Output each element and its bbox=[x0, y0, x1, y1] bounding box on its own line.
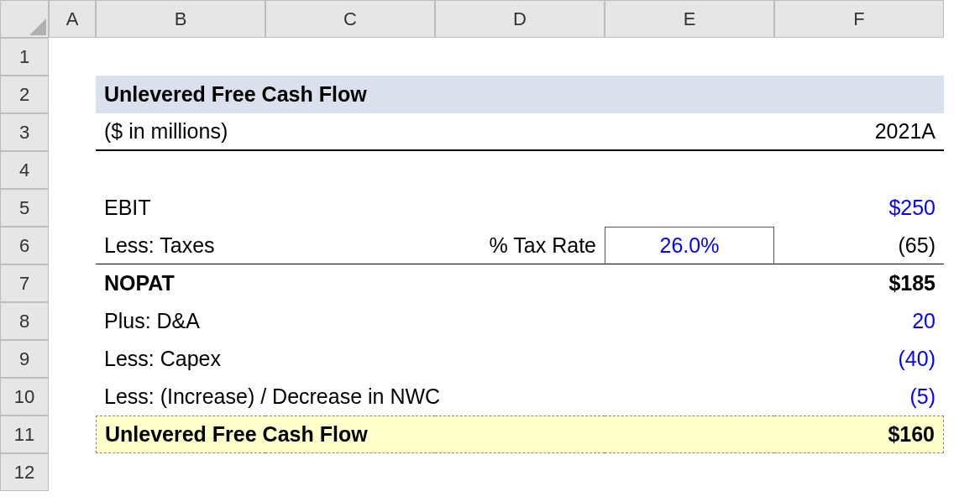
cell-D5[interactable] bbox=[435, 189, 605, 227]
cell-A7[interactable] bbox=[49, 264, 96, 302]
col-header-B[interactable]: B bbox=[96, 0, 265, 38]
cell-A10[interactable] bbox=[49, 378, 96, 416]
cell-F5[interactable]: $250 bbox=[774, 189, 944, 227]
cell-F3[interactable]: 2021A bbox=[774, 113, 944, 151]
cell-C9[interactable] bbox=[265, 340, 435, 378]
row-header-7[interactable]: 7 bbox=[0, 264, 49, 302]
cell-F11[interactable]: $160 bbox=[774, 416, 944, 453]
cell-A3[interactable] bbox=[49, 113, 96, 151]
cell-D2[interactable] bbox=[435, 76, 605, 113]
cell-A1[interactable] bbox=[49, 38, 96, 76]
cell-F10[interactable]: (5) bbox=[774, 378, 944, 416]
cell-C5[interactable] bbox=[265, 189, 435, 227]
cell-C6[interactable] bbox=[265, 227, 435, 264]
cell-F8[interactable]: 20 bbox=[774, 302, 944, 340]
cell-E6[interactable]: 26.0% bbox=[605, 227, 774, 264]
cell-D6[interactable]: % Tax Rate bbox=[435, 227, 605, 264]
cell-C4[interactable] bbox=[265, 151, 435, 189]
col-header-E[interactable]: E bbox=[605, 0, 774, 38]
cell-E11[interactable] bbox=[605, 416, 774, 453]
cell-C3[interactable] bbox=[265, 113, 435, 151]
cell-A6[interactable] bbox=[49, 227, 96, 264]
cell-B8[interactable]: Plus: D&A bbox=[96, 302, 265, 340]
cell-D7[interactable] bbox=[435, 264, 605, 302]
cell-F7[interactable]: $185 bbox=[774, 264, 944, 302]
cell-C12[interactable] bbox=[265, 453, 435, 491]
cell-A4[interactable] bbox=[49, 151, 96, 189]
row-header-5[interactable]: 5 bbox=[0, 189, 49, 227]
cell-D8[interactable] bbox=[435, 302, 605, 340]
cell-A5[interactable] bbox=[49, 189, 96, 227]
cell-E4[interactable] bbox=[605, 151, 774, 189]
col-header-C[interactable]: C bbox=[265, 0, 435, 38]
cell-B12[interactable] bbox=[96, 453, 265, 491]
cell-D4[interactable] bbox=[435, 151, 605, 189]
cell-D3[interactable] bbox=[435, 113, 605, 151]
cell-A12[interactable] bbox=[49, 453, 96, 491]
cell-E8[interactable] bbox=[605, 302, 774, 340]
cell-B5[interactable]: EBIT bbox=[96, 189, 265, 227]
cell-E2[interactable] bbox=[605, 76, 774, 113]
cell-D9[interactable] bbox=[435, 340, 605, 378]
cell-C1[interactable] bbox=[265, 38, 435, 76]
cell-F12[interactable] bbox=[774, 453, 944, 491]
cell-D1[interactable] bbox=[435, 38, 605, 76]
cell-B2[interactable]: Unlevered Free Cash Flow bbox=[96, 76, 265, 113]
cell-A2[interactable] bbox=[49, 76, 96, 113]
cell-A9[interactable] bbox=[49, 340, 96, 378]
cell-D11[interactable] bbox=[435, 416, 605, 453]
cell-B11[interactable]: Unlevered Free Cash Flow bbox=[96, 416, 265, 453]
cell-D12[interactable] bbox=[435, 453, 605, 491]
row-header-6[interactable]: 6 bbox=[0, 227, 49, 264]
cell-C8[interactable] bbox=[265, 302, 435, 340]
cell-D10[interactable] bbox=[435, 378, 605, 416]
cell-F6[interactable]: (65) bbox=[774, 227, 944, 264]
cell-F2[interactable] bbox=[774, 76, 944, 113]
row-header-4[interactable]: 4 bbox=[0, 151, 49, 189]
row-header-3[interactable]: 3 bbox=[0, 113, 49, 151]
select-all-icon bbox=[29, 18, 46, 35]
cell-F4[interactable] bbox=[774, 151, 944, 189]
row-header-8[interactable]: 8 bbox=[0, 302, 49, 340]
cell-B3[interactable]: ($ in millions) bbox=[96, 113, 265, 151]
cell-E10[interactable] bbox=[605, 378, 774, 416]
row-header-1[interactable]: 1 bbox=[0, 38, 49, 76]
cell-B10[interactable]: Less: (Increase) / Decrease in NWC bbox=[96, 378, 265, 416]
cell-E1[interactable] bbox=[605, 38, 774, 76]
cell-B7[interactable]: NOPAT bbox=[96, 264, 265, 302]
cell-F1[interactable] bbox=[774, 38, 944, 76]
row-header-10[interactable]: 10 bbox=[0, 378, 49, 416]
cell-E7[interactable] bbox=[605, 264, 774, 302]
select-all-corner[interactable] bbox=[0, 0, 49, 38]
col-header-A[interactable]: A bbox=[49, 0, 96, 38]
cell-E9[interactable] bbox=[605, 340, 774, 378]
col-header-D[interactable]: D bbox=[435, 0, 605, 38]
cell-B9[interactable]: Less: Capex bbox=[96, 340, 265, 378]
col-header-F[interactable]: F bbox=[774, 0, 944, 38]
row-header-12[interactable]: 12 bbox=[0, 453, 49, 491]
cell-B1[interactable] bbox=[96, 38, 265, 76]
cell-B4[interactable] bbox=[96, 151, 265, 189]
cell-E5[interactable] bbox=[605, 189, 774, 227]
cell-B6[interactable]: Less: Taxes bbox=[96, 227, 265, 264]
row-header-2[interactable]: 2 bbox=[0, 76, 49, 113]
row-header-11[interactable]: 11 bbox=[0, 416, 49, 453]
cell-A8[interactable] bbox=[49, 302, 96, 340]
row-header-9[interactable]: 9 bbox=[0, 340, 49, 378]
svg-marker-0 bbox=[29, 18, 46, 35]
cell-F9[interactable]: (40) bbox=[774, 340, 944, 378]
cell-C7[interactable] bbox=[265, 264, 435, 302]
spreadsheet-grid[interactable]: A B C D E F 1 2 Unlevered Free Cash Flow… bbox=[0, 0, 980, 491]
cell-E3[interactable] bbox=[605, 113, 774, 151]
cell-E12[interactable] bbox=[605, 453, 774, 491]
cell-A11[interactable] bbox=[49, 416, 96, 453]
